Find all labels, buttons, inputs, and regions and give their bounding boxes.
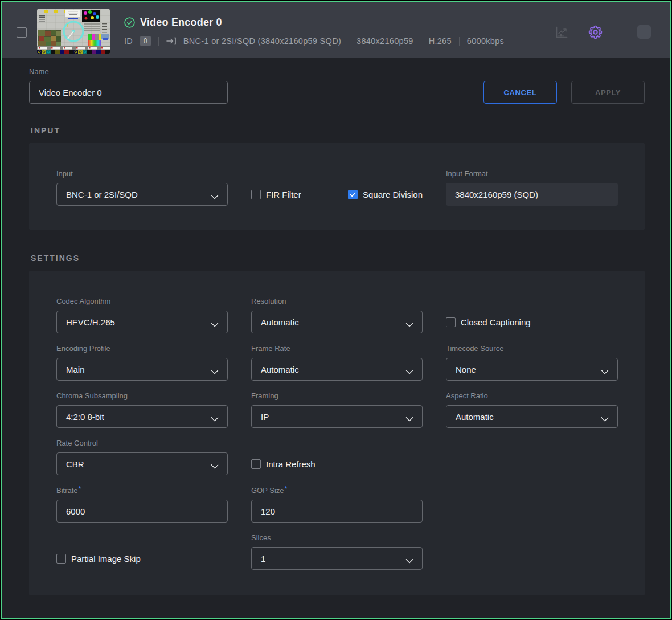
encoder-title: Video Encoder 0 (140, 17, 222, 28)
frame-rate-select[interactable]: Automatic (251, 358, 423, 381)
select-encoder-checkbox[interactable] (17, 27, 27, 38)
chevron-down-icon (406, 414, 413, 420)
encoder-card: Video Encoder 0 ID 0 BNC-1 or 2SI/SQD (3… (1, 1, 671, 619)
header-divider (621, 21, 621, 43)
id-label: ID (124, 36, 133, 46)
input-arrow-icon (166, 37, 176, 45)
preview-thumbnail (37, 9, 110, 54)
separator (158, 37, 159, 46)
meta-resolution: 3840x2160p59 (357, 36, 413, 46)
partial-image-skip-checkbox[interactable] (56, 554, 66, 564)
partial-image-skip-checkbox-row[interactable]: Partial Image Skip (56, 547, 228, 570)
required-asterisk: * (79, 484, 81, 493)
separator (421, 37, 421, 46)
input-section-heading: INPUT (31, 126, 643, 135)
framing-label: Framing (251, 392, 423, 400)
chroma-subsampling-select[interactable]: 4:2:0 8-bit (56, 405, 228, 428)
settings-gear-icon[interactable] (588, 25, 603, 40)
cancel-button[interactable]: CANCEL (483, 81, 557, 104)
separator (459, 37, 460, 46)
bitrate-input[interactable] (56, 500, 228, 523)
input-label: Input (56, 170, 228, 178)
fir-filter-checkbox[interactable] (251, 190, 261, 199)
chevron-down-icon (211, 414, 218, 420)
closed-captioning-checkbox[interactable] (446, 317, 456, 327)
settings-section-heading: SETTINGS (31, 254, 643, 263)
intra-refresh-checkbox-row[interactable]: Intra Refresh (251, 452, 423, 475)
drag-handle[interactable] (637, 25, 651, 39)
input-select[interactable]: BNC-1 or 2SI/SQD (56, 183, 228, 206)
chevron-down-icon (211, 192, 218, 198)
meta-codec: H.265 (429, 36, 452, 46)
chevron-down-icon (406, 367, 413, 373)
fir-filter-checkbox-row[interactable]: FIR Filter (251, 183, 301, 206)
intra-refresh-checkbox[interactable] (251, 459, 261, 469)
input-description: BNC-1 or 2SI/SQD (3840x2160p59 SQD) (183, 36, 341, 46)
gop-size-input[interactable] (251, 500, 423, 523)
gop-size-label: GOP Size* (251, 487, 423, 495)
codec-algorithm-select[interactable]: HEVC/H.265 (56, 311, 228, 333)
resolution-label: Resolution (251, 297, 423, 305)
codec-algorithm-label: Codec Algorithm (56, 297, 228, 305)
chevron-down-icon (601, 414, 608, 420)
name-input[interactable] (29, 81, 228, 104)
settings-panel: Codec Algorithm HEVC/H.265 Resolution Au… (29, 271, 645, 595)
required-asterisk: * (285, 484, 288, 493)
header-bar: Video Encoder 0 ID 0 BNC-1 or 2SI/SQD (3… (2, 2, 670, 58)
chevron-down-icon (211, 320, 218, 325)
status-ok-icon (124, 17, 135, 28)
separator (349, 37, 349, 46)
slices-label: Slices (251, 534, 423, 542)
resolution-select[interactable]: Automatic (251, 311, 423, 333)
encoding-profile-label: Encoding Profile (56, 345, 228, 353)
chroma-subsampling-label: Chroma Subsampling (56, 392, 228, 400)
bitrate-label: Bitrate* (56, 487, 228, 495)
aspect-ratio-select[interactable]: Automatic (446, 405, 618, 428)
encoding-profile-select[interactable]: Main (56, 358, 228, 381)
timecode-source-label: Timecode Source (446, 345, 618, 353)
chevron-down-icon (211, 462, 218, 467)
rate-control-select[interactable]: CBR (56, 452, 228, 475)
name-label: Name (29, 68, 228, 76)
stats-chart-icon[interactable] (555, 25, 569, 39)
chevron-down-icon (406, 556, 413, 562)
rate-control-label: Rate Control (56, 439, 228, 447)
name-field-group: Name (29, 68, 228, 104)
aspect-ratio-label: Aspect Ratio (446, 392, 618, 400)
square-division-checkbox-row[interactable]: Square Division (348, 183, 423, 206)
slices-select[interactable]: 1 (251, 547, 423, 570)
encoder-meta: ID 0 BNC-1 or 2SI/SQD (3840x2160p59 SQD)… (124, 36, 504, 46)
input-format-label: Input Format (446, 170, 618, 178)
meta-bitrate: 6000kbps (467, 36, 504, 46)
input-panel: Input BNC-1 or 2SI/SQD FIR Filter Square… (29, 143, 645, 230)
input-format-value: 3840x2160p59 (SQD) (446, 183, 618, 206)
frame-rate-label: Frame Rate (251, 345, 423, 353)
id-badge: 0 (140, 36, 151, 46)
square-division-checkbox[interactable] (348, 190, 358, 199)
apply-button[interactable]: APPLY (571, 81, 645, 104)
chevron-down-icon (406, 320, 413, 325)
chevron-down-icon (601, 367, 608, 373)
closed-captioning-checkbox-row[interactable]: Closed Captioning (446, 311, 618, 333)
timecode-source-select[interactable]: None (446, 358, 618, 381)
chevron-down-icon (211, 367, 218, 373)
framing-select[interactable]: IP (251, 405, 423, 428)
